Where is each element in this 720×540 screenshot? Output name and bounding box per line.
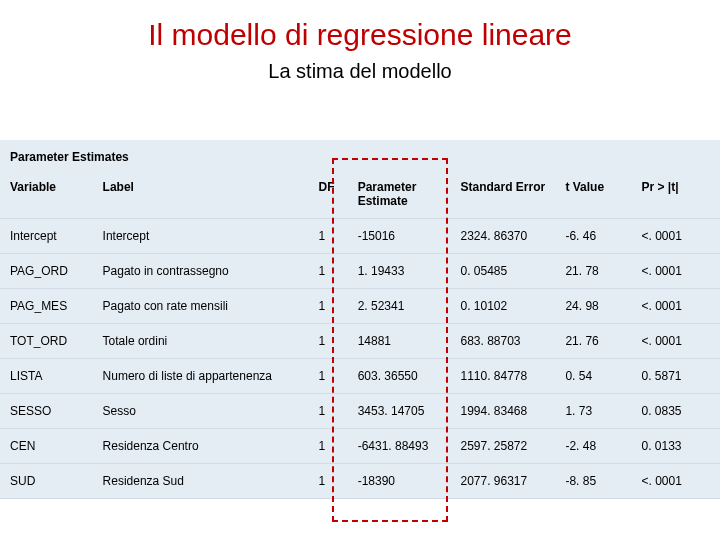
cell-t: -8. 85 [555, 464, 631, 499]
estimates-table-container: Parameter Estimates Variable Label DF Pa… [0, 140, 720, 499]
cell-pe: 603. 36550 [348, 359, 451, 394]
col-t: t Value [555, 170, 631, 219]
cell-label: Intercept [93, 219, 309, 254]
cell-df: 1 [309, 289, 348, 324]
cell-df: 1 [309, 359, 348, 394]
cell-se: 0. 05485 [450, 254, 555, 289]
cell-t: 24. 98 [555, 289, 631, 324]
cell-label: Pagato con rate mensili [93, 289, 309, 324]
cell-label: Residenza Centro [93, 429, 309, 464]
cell-t: -6. 46 [555, 219, 631, 254]
table-row: PAG_MES Pagato con rate mensili 1 2. 523… [0, 289, 720, 324]
cell-variable: PAG_ORD [0, 254, 93, 289]
cell-se: 2077. 96317 [450, 464, 555, 499]
cell-p: 0. 0835 [632, 394, 721, 429]
cell-pe: 14881 [348, 324, 451, 359]
cell-pe: -6431. 88493 [348, 429, 451, 464]
cell-p: 0. 0133 [632, 429, 721, 464]
cell-p: <. 0001 [632, 464, 721, 499]
table-row: Intercept Intercept 1 -15016 2324. 86370… [0, 219, 720, 254]
cell-t: -2. 48 [555, 429, 631, 464]
cell-label: Sesso [93, 394, 309, 429]
cell-label: Totale ordini [93, 324, 309, 359]
col-label: Label [93, 170, 309, 219]
cell-pe: 1. 19433 [348, 254, 451, 289]
cell-df: 1 [309, 394, 348, 429]
cell-variable: PAG_MES [0, 289, 93, 324]
col-se: Standard Error [450, 170, 555, 219]
cell-variable: SUD [0, 464, 93, 499]
cell-pe: -15016 [348, 219, 451, 254]
cell-se: 1994. 83468 [450, 394, 555, 429]
cell-label: Pagato in contrassegno [93, 254, 309, 289]
cell-df: 1 [309, 219, 348, 254]
cell-se: 1110. 84778 [450, 359, 555, 394]
cell-t: 21. 76 [555, 324, 631, 359]
table-row: CEN Residenza Centro 1 -6431. 88493 2597… [0, 429, 720, 464]
table-row: LISTA Numero di liste di appartenenza 1 … [0, 359, 720, 394]
page-title: Il modello di regressione lineare [0, 18, 720, 52]
table-header-row: Variable Label DF Parameter Estimate Sta… [0, 170, 720, 219]
cell-se: 683. 88703 [450, 324, 555, 359]
cell-df: 1 [309, 429, 348, 464]
col-pe: Parameter Estimate [348, 170, 451, 219]
col-df: DF [309, 170, 348, 219]
estimates-table: Variable Label DF Parameter Estimate Sta… [0, 170, 720, 499]
cell-variable: Intercept [0, 219, 93, 254]
table-row: TOT_ORD Totale ordini 1 14881 683. 88703… [0, 324, 720, 359]
table-row: SUD Residenza Sud 1 -18390 2077. 96317 -… [0, 464, 720, 499]
cell-t: 21. 78 [555, 254, 631, 289]
cell-p: 0. 5871 [632, 359, 721, 394]
cell-se: 2324. 86370 [450, 219, 555, 254]
cell-se: 0. 10102 [450, 289, 555, 324]
table-row: PAG_ORD Pagato in contrassegno 1 1. 1943… [0, 254, 720, 289]
cell-p: <. 0001 [632, 289, 721, 324]
col-p: Pr > |t| [632, 170, 721, 219]
cell-variable: CEN [0, 429, 93, 464]
cell-label: Residenza Sud [93, 464, 309, 499]
table-row: SESSO Sesso 1 3453. 14705 1994. 83468 1.… [0, 394, 720, 429]
cell-df: 1 [309, 464, 348, 499]
table-section-title: Parameter Estimates [0, 140, 720, 170]
cell-df: 1 [309, 254, 348, 289]
cell-variable: LISTA [0, 359, 93, 394]
cell-df: 1 [309, 324, 348, 359]
cell-variable: SESSO [0, 394, 93, 429]
cell-t: 0. 54 [555, 359, 631, 394]
col-variable: Variable [0, 170, 93, 219]
cell-t: 1. 73 [555, 394, 631, 429]
cell-p: <. 0001 [632, 254, 721, 289]
cell-se: 2597. 25872 [450, 429, 555, 464]
cell-label: Numero di liste di appartenenza [93, 359, 309, 394]
page-subtitle: La stima del modello [0, 60, 720, 83]
cell-pe: 3453. 14705 [348, 394, 451, 429]
cell-pe: 2. 52341 [348, 289, 451, 324]
cell-p: <. 0001 [632, 219, 721, 254]
cell-pe: -18390 [348, 464, 451, 499]
cell-variable: TOT_ORD [0, 324, 93, 359]
cell-p: <. 0001 [632, 324, 721, 359]
